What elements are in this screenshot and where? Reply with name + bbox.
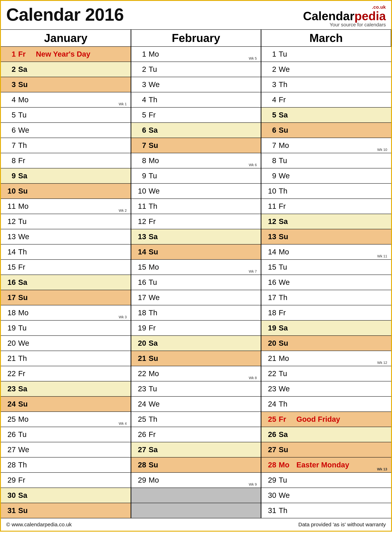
- day-number: 28: [6, 461, 18, 469]
- day-number: 12: [136, 217, 149, 226]
- day-name: Sa: [279, 217, 293, 226]
- day-name: Tu: [279, 476, 293, 484]
- day-name: Th: [149, 415, 163, 424]
- day-row: 26Fr: [131, 427, 261, 442]
- day-name: Tu: [279, 263, 293, 271]
- day-number: 8: [266, 156, 279, 165]
- day-name: Mo: [18, 308, 32, 317]
- day-row: 9Sa: [1, 168, 131, 184]
- day-row: 4Th: [131, 92, 261, 108]
- day-row: 6Sa: [131, 123, 261, 138]
- day-name: Th: [279, 400, 293, 408]
- footer-left: © www.calendarpedia.co.uk: [6, 521, 72, 527]
- day-row: 5Sa: [261, 108, 391, 123]
- day-row: 3We: [131, 77, 261, 92]
- day-name: Fr: [149, 324, 163, 332]
- day-number: 12: [266, 217, 279, 226]
- day-row: 20Sa: [131, 336, 261, 351]
- day-row: 13Sa: [131, 229, 261, 245]
- day-number: 21: [6, 354, 18, 363]
- day-row: 19Tu: [1, 321, 131, 336]
- day-row: 12Sa: [261, 214, 391, 229]
- day-number: 22: [6, 369, 18, 378]
- day-row: 11MoWk 2: [1, 199, 131, 214]
- day-name: Sa: [18, 491, 32, 499]
- day-number: 28: [136, 461, 149, 469]
- day-name: Mo: [149, 263, 163, 271]
- day-number: 15: [266, 263, 279, 271]
- day-row: 7Th: [1, 138, 131, 153]
- day-name: We: [279, 385, 293, 393]
- day-name: Sa: [149, 445, 163, 454]
- header: Calendar 2016 .co.uk Calendarpedia Your …: [1, 1, 391, 29]
- day-name: Fr: [18, 156, 32, 165]
- day-name: Su: [149, 461, 163, 469]
- day-name: Fr: [18, 476, 32, 484]
- day-name: We: [149, 400, 163, 408]
- day-row: 15Tu: [261, 260, 391, 275]
- week-label: Wk 10: [377, 148, 387, 152]
- day-number: 22: [266, 369, 279, 378]
- day-name: Su: [18, 400, 32, 408]
- day-row: 16Tu: [131, 275, 261, 290]
- day-row: 8Tu: [261, 153, 391, 168]
- day-name: Sa: [279, 111, 293, 119]
- day-row: 11Th: [131, 199, 261, 214]
- day-row: 16Sa: [1, 275, 131, 290]
- day-row: 14MoWk 11: [261, 245, 391, 260]
- day-name: Th: [279, 506, 293, 515]
- day-number: 9: [136, 172, 149, 180]
- day-name: We: [18, 126, 32, 134]
- day-name: Mo: [18, 202, 32, 211]
- day-name: Mo: [149, 156, 163, 165]
- day-number: 15: [136, 263, 149, 271]
- day-number: 16: [266, 278, 279, 287]
- day-number: 9: [266, 172, 279, 180]
- day-row: 26Tu: [1, 427, 131, 442]
- day-name: Fr: [18, 369, 32, 378]
- footer: © www.calendarpedia.co.uk Data provided …: [1, 518, 391, 531]
- day-row: 9We: [261, 168, 391, 184]
- day-name: Mo: [149, 476, 163, 484]
- day-number: 9: [6, 172, 18, 180]
- day-row: 1Tu: [261, 47, 391, 62]
- month-column: 1MoWk 52Tu3We4Th5Fr6Sa7Su8MoWk 69Tu10We1…: [131, 47, 261, 518]
- day-number: 24: [6, 400, 18, 408]
- day-row: 3Su: [1, 77, 131, 92]
- day-name: Su: [279, 126, 293, 134]
- day-number: 24: [136, 400, 149, 408]
- day-name: Tu: [279, 50, 293, 58]
- day-row: 21Su: [131, 351, 261, 366]
- day-name: Fr: [18, 50, 32, 58]
- day-number: 8: [6, 156, 18, 165]
- day-row: 29Fr: [1, 473, 131, 488]
- day-number: 25: [6, 415, 18, 424]
- footer-right: Data provided 'as is' without warranty: [298, 521, 386, 527]
- day-number: 26: [6, 430, 18, 439]
- day-row: 17Su: [1, 290, 131, 305]
- day-name: Tu: [18, 217, 32, 226]
- day-name: Mo: [18, 96, 32, 104]
- day-number: 13: [266, 232, 279, 241]
- day-number: 22: [136, 369, 149, 378]
- event-label: New Year's Day: [32, 50, 128, 58]
- day-name: Mo: [18, 415, 32, 424]
- month-column: 1Tu2We3Th4Fr5Sa6Su7MoWk 108Tu9We10Th11Fr…: [261, 47, 391, 518]
- day-name: Fr: [279, 202, 293, 211]
- day-row: 23Sa: [1, 381, 131, 397]
- month-header: March: [261, 29, 391, 47]
- day-row: 21MoWk 12: [261, 351, 391, 366]
- day-name: Tu: [18, 111, 32, 119]
- day-number: 19: [6, 324, 18, 332]
- logo-sub: Your source for calendars: [303, 22, 386, 27]
- day-row: 19Fr: [131, 321, 261, 336]
- day-name: Sa: [149, 339, 163, 348]
- day-name: We: [149, 80, 163, 89]
- logo: .co.uk Calendarpedia Your source for cal…: [303, 4, 386, 27]
- day-row: 22Fr: [1, 366, 131, 381]
- day-row: 25FrGood Friday: [261, 412, 391, 427]
- day-number: 27: [266, 445, 279, 454]
- day-name: We: [279, 278, 293, 287]
- day-number: 13: [136, 232, 149, 241]
- month-header: January: [1, 29, 131, 47]
